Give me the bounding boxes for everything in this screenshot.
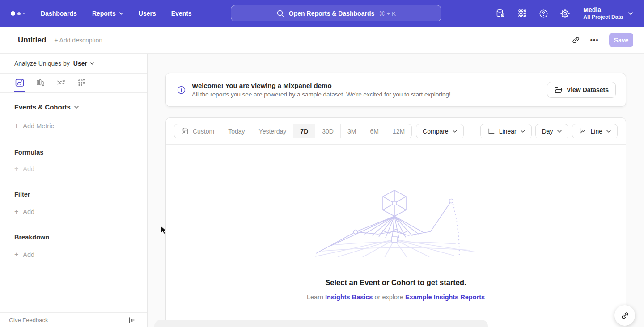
query-builder-sidebar: Analyze Uniques by User: [0, 54, 148, 327]
apps-grid-icon[interactable]: [517, 8, 527, 19]
share-link-fab[interactable]: [614, 305, 635, 326]
tab-metrics[interactable]: [76, 74, 87, 92]
project-name: Media: [583, 6, 623, 14]
info-icon: [177, 85, 186, 95]
compare-label: Compare: [423, 128, 449, 135]
example-reports-link[interactable]: Example Insights Reports: [405, 293, 485, 301]
range-label: Today: [228, 128, 245, 135]
tab-bar-chart[interactable]: [35, 74, 46, 92]
events-cohorts-label: Events & Cohorts: [14, 103, 71, 111]
range-label: 3M: [347, 128, 356, 135]
add-metric-button[interactable]: + Add Metric: [14, 122, 147, 130]
middle-text: or explore: [374, 293, 403, 301]
insights-basics-link[interactable]: Insights Basics: [325, 293, 373, 301]
empty-state-heading: Select an Event or Cohort to get started…: [166, 278, 626, 287]
chevron-down-icon: [453, 130, 457, 133]
calendar-icon: [181, 127, 189, 135]
chevron-down-icon: [74, 106, 79, 109]
tab-flow[interactable]: [55, 74, 66, 92]
more-options-icon[interactable]: •••: [590, 37, 599, 44]
share-link-icon[interactable]: [572, 36, 580, 44]
breakdown-section-title: Breakdown: [14, 234, 147, 241]
empty-state-subtext: Learn Insights Basics or explore Example…: [166, 293, 626, 301]
nav-item-events[interactable]: Events: [171, 10, 192, 17]
help-icon[interactable]: [538, 8, 549, 19]
plus-icon: +: [14, 122, 18, 130]
plus-icon: +: [14, 251, 18, 259]
range-label: Yesterday: [259, 128, 287, 135]
range-custom[interactable]: Custom: [174, 124, 221, 138]
range-yesterday[interactable]: Yesterday: [252, 124, 294, 138]
main-content: Welcome! You are viewing a Mixpanel demo…: [148, 54, 644, 327]
line-chart-icon: [579, 127, 587, 135]
report-card: Custom Today Yesterday 7D 30D 3M 6M 12M …: [165, 117, 626, 327]
add-metric-label: Add Metric: [23, 122, 54, 130]
global-search-input[interactable]: Open Reports & Dashboards ⌘ + K: [231, 5, 441, 21]
view-datasets-label: View Datasets: [567, 86, 609, 93]
range-3m[interactable]: 3M: [341, 124, 363, 138]
scale-dropdown[interactable]: Linear: [480, 124, 532, 138]
flow-tab-icon: [56, 78, 66, 88]
interval-dropdown[interactable]: Day: [535, 124, 568, 138]
nav-item-dashboards[interactable]: Dashboards: [41, 10, 77, 17]
nav-right-cluster: Media All Project Data: [496, 6, 633, 21]
empty-state: Select an Event or Cohort to get started…: [166, 189, 626, 301]
search-placeholder: Open Reports & Dashboards: [289, 10, 374, 17]
nav-label: Reports: [92, 10, 116, 17]
mixpanel-logo-icon[interactable]: [11, 11, 25, 16]
plus-icon: +: [14, 208, 18, 216]
range-label: 7D: [300, 128, 308, 135]
events-cohorts-section[interactable]: Events & Cohorts: [14, 103, 147, 111]
range-12m[interactable]: 12M: [386, 124, 411, 138]
analyze-by-dropdown[interactable]: User: [73, 60, 94, 67]
project-switcher[interactable]: Media All Project Data: [583, 6, 633, 21]
formulas-section-title: Formulas: [14, 149, 147, 156]
range-label: 12M: [393, 128, 405, 135]
view-datasets-button[interactable]: View Datasets: [547, 82, 616, 98]
metric-type-tabs: [0, 74, 147, 93]
nav-item-reports[interactable]: Reports: [92, 10, 123, 17]
linear-axes-icon: [487, 127, 495, 135]
metrics-tab-icon: [76, 78, 86, 88]
date-range-control: Custom Today Yesterday 7D 30D 3M 6M 12M: [174, 124, 412, 138]
filter-section-title: Filter: [14, 191, 147, 198]
project-scope: All Project Data: [583, 14, 623, 21]
range-30d[interactable]: 30D: [315, 124, 341, 138]
compare-dropdown[interactable]: Compare: [416, 124, 464, 138]
report-title[interactable]: Untitled: [18, 36, 46, 45]
plus-icon: +: [14, 165, 18, 173]
banner-subtitle: All the reports you see are powered by a…: [192, 91, 451, 98]
add-formula-label: Add: [23, 165, 34, 172]
empty-state-illustration: [311, 189, 481, 257]
chevron-down-icon: [521, 130, 525, 133]
nav-label: Events: [171, 10, 192, 17]
bottom-sheet-edge: [154, 320, 488, 327]
range-today[interactable]: Today: [221, 124, 252, 138]
nav-item-users[interactable]: Users: [139, 10, 156, 17]
collapse-sidebar-icon[interactable]: [128, 317, 135, 323]
chevron-down-icon: [119, 12, 123, 15]
range-label: Custom: [193, 128, 214, 135]
chevron-down-icon: [557, 130, 562, 133]
chevron-down-icon: [628, 12, 633, 15]
analyze-value: User: [73, 60, 87, 67]
tab-insights-line[interactable]: [14, 74, 25, 92]
range-7d[interactable]: 7D: [293, 124, 315, 138]
add-formula-button[interactable]: + Add: [14, 165, 147, 173]
save-button[interactable]: Save: [609, 33, 633, 47]
chevron-down-icon: [90, 62, 94, 65]
add-description-field[interactable]: + Add description...: [54, 37, 107, 44]
chart-type-dropdown[interactable]: Line: [572, 124, 618, 138]
data-management-icon[interactable]: [496, 8, 506, 19]
add-breakdown-button[interactable]: + Add: [14, 251, 147, 259]
range-label: 30D: [322, 128, 334, 135]
primary-nav: Dashboards Reports Users Events: [41, 10, 192, 17]
add-filter-button[interactable]: + Add: [14, 208, 147, 216]
learn-prefix: Learn: [307, 293, 323, 301]
analyze-uniques-row: Analyze Uniques by User: [0, 54, 147, 74]
range-6m[interactable]: 6M: [363, 124, 386, 138]
range-label: 6M: [370, 128, 378, 135]
give-feedback-link[interactable]: Give Feedback: [9, 317, 48, 323]
report-header: Untitled + Add description... ••• Save: [0, 27, 644, 54]
settings-gear-icon[interactable]: [560, 8, 570, 19]
